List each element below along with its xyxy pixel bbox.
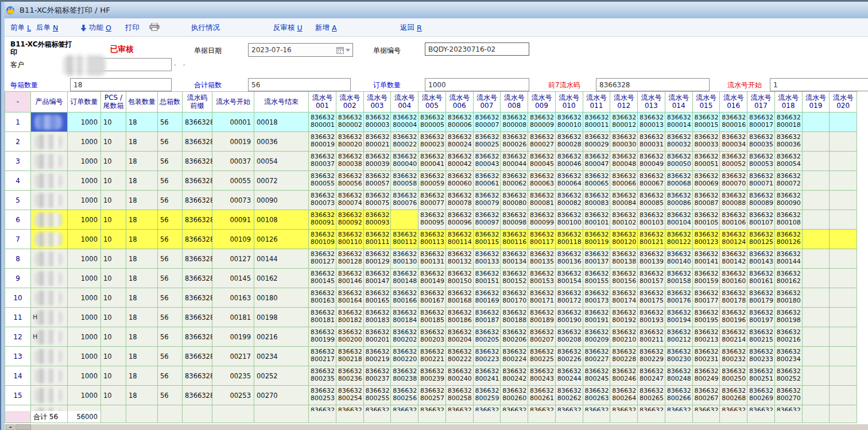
serial-number-cell[interactable]: 836632800265	[638, 386, 665, 405]
serial-number-cell[interactable]	[391, 210, 418, 230]
serial-number-cell[interactable]	[803, 308, 830, 327]
serial-number-cell[interactable]: 836632800146	[336, 269, 364, 288]
serial-number-cell[interactable]: 836632800059	[418, 171, 446, 191]
serial-number-cell[interactable]	[803, 132, 830, 152]
serial-number-cell[interactable]: 836632800021	[364, 132, 392, 152]
serial-number-cell[interactable]: 836632800123	[693, 230, 720, 249]
pack-qty-cell[interactable]: 18	[126, 249, 158, 269]
serial-number-cell[interactable]: 836632800264	[610, 386, 638, 405]
total-box-cell[interactable]: 56	[158, 132, 183, 152]
serial-number-cell[interactable]: 836632800267	[693, 386, 720, 405]
serial-number-cell[interactable]: 836632800160	[720, 269, 747, 288]
serial-number-cell[interactable]: 836632800211	[638, 327, 665, 347]
pack-qty-cell[interactable]: 18	[126, 386, 158, 405]
serial-start-cell[interactable]: 00019	[212, 132, 254, 152]
pcs-tail-box-cell[interactable]: 10	[101, 191, 126, 210]
serial-end-cell[interactable]: 00216	[254, 327, 309, 347]
serial-number-cell[interactable]: 836632800014	[665, 113, 693, 132]
serial-number-cell[interactable]: 836632800121	[638, 230, 665, 249]
serial-number-cell[interactable]: 836632800084	[610, 191, 638, 210]
serial-number-cell[interactable]: 836632800080	[501, 191, 528, 210]
serial-number-cell[interactable]: 836632800253	[309, 386, 336, 405]
serial-number-cell[interactable]: 836632800104	[665, 210, 693, 230]
serial-number-cell[interactable]: 836632800144	[775, 249, 803, 269]
serial-number-cell[interactable]: 836632800202	[391, 327, 418, 347]
serial-number-cell[interactable]: 836632800150	[446, 269, 474, 288]
total-box-cell[interactable]: 56	[158, 152, 183, 171]
serial-number-cell[interactable]: 836632800247	[638, 366, 665, 386]
serial-number-cell[interactable]: 836632800039	[364, 152, 392, 171]
serial-number-cell[interactable]: 836632800055	[309, 171, 336, 191]
serial-number-cell[interactable]: 836632800064	[556, 171, 583, 191]
total-box-cell[interactable]: 56	[158, 269, 183, 288]
scroll-left-arrow-icon[interactable]: ◄	[6, 424, 14, 430]
serial-number-cell[interactable]: 836632800040	[391, 152, 418, 171]
functions-menu-button[interactable]: 功能O	[80, 23, 111, 33]
serial-number-cell[interactable]: 836632800031	[638, 132, 665, 152]
serial-number-cell[interactable]: 836632800010	[556, 113, 583, 132]
serial-number-cell[interactable]: 836632800147	[364, 269, 392, 288]
serial-number-cell[interactable]: 836632800195	[693, 308, 720, 327]
serial-number-cell[interactable]: 836632800093	[364, 210, 392, 230]
serial-number-cell[interactable]: 836632800145	[309, 269, 336, 288]
serial-number-cell[interactable]: 836632800165	[364, 288, 392, 308]
serial-number-cell[interactable]: 836632800082	[556, 191, 583, 210]
serial-number-cell[interactable]: 836632800113	[418, 230, 446, 249]
serial-number-cell[interactable]	[803, 347, 830, 366]
serial-number-cell[interactable]	[830, 191, 857, 210]
serial-number-cell[interactable]: 836632800256	[391, 386, 418, 405]
serial-number-cell[interactable]: 836632800012	[610, 113, 638, 132]
serial-number-cell[interactable]: 836632800029	[583, 132, 611, 152]
serial-number-cell[interactable]: 836632800209	[583, 327, 611, 347]
serial-number-cell[interactable]: 836632800077	[418, 191, 446, 210]
serial-number-cell[interactable]: 836632800163	[309, 288, 336, 308]
serial-number-cell[interactable]: 836632800007	[474, 113, 501, 132]
serial-number-cell[interactable]: 836632800002	[336, 113, 364, 132]
serial-number-cell[interactable]: 836632800182	[336, 308, 364, 327]
serial-number-cell[interactable]: 836632800154	[556, 269, 583, 288]
serial-number-cell[interactable]: 836632800238	[391, 366, 418, 386]
serial-number-cell[interactable]: 836632800245	[583, 366, 611, 386]
serial-number-cell[interactable]: 836632800140	[665, 249, 693, 269]
serial-prefix-cell[interactable]: 8366328	[183, 327, 212, 347]
serial-number-cell[interactable]: 836632800203	[418, 327, 446, 347]
order-qty-cell[interactable]: 1000	[68, 113, 101, 132]
serial-number-cell[interactable]: 836632800011	[583, 113, 611, 132]
serial-number-cell[interactable]: 836632800132	[446, 249, 474, 269]
product-code-cell[interactable]: H	[31, 327, 68, 347]
serial-number-cell[interactable]: 836632800171	[528, 288, 556, 308]
serial-number-cell[interactable]: 836632800206	[501, 327, 528, 347]
serial-number-cell[interactable]: 836632800224	[501, 347, 528, 366]
unapprove-button[interactable]: 反审核U	[273, 23, 303, 33]
row-number-cell[interactable]: 7	[5, 230, 31, 249]
serial-number-cell[interactable]: 836632800129	[364, 249, 392, 269]
serial-number-cell[interactable]	[803, 171, 830, 191]
serial-number-cell[interactable]: 836632800242	[501, 366, 528, 386]
serial-number-cell[interactable]: 836632800050	[665, 152, 693, 171]
serial-number-cell[interactable]: 836632800149	[418, 269, 446, 288]
serial-number-cell[interactable]: 836632800178	[720, 288, 747, 308]
serial-number-cell[interactable]: 836632800263	[583, 386, 611, 405]
order-qty-cell[interactable]: 1000	[68, 288, 101, 308]
return-button[interactable]: 返回R	[400, 23, 422, 33]
serial-number-cell[interactable]: 836632800257	[418, 386, 446, 405]
order-qty-cell[interactable]: 1000	[68, 210, 101, 230]
serial-end-cell[interactable]: 00054	[254, 152, 309, 171]
serial-number-cell[interactable]: 836632800087	[693, 191, 720, 210]
product-code-cell[interactable]	[31, 132, 68, 152]
pack-qty-cell[interactable]: 18	[126, 269, 158, 288]
serial-number-cell[interactable]: 836632800268	[720, 386, 747, 405]
print-button[interactable]: 打印	[125, 23, 142, 33]
serial-number-cell[interactable]: 836632800164	[336, 288, 364, 308]
serial-number-cell[interactable]	[803, 288, 830, 308]
serial-number-cell[interactable]: 836632800046	[556, 152, 583, 171]
product-code-cell[interactable]	[31, 288, 68, 308]
serial-number-cell[interactable]: 836632800156	[610, 269, 638, 288]
row-number-cell[interactable]: 6	[5, 210, 31, 230]
serial-number-cell[interactable]: 836632800004	[391, 113, 418, 132]
serial-number-cell[interactable]	[803, 230, 830, 249]
serial-end-cell[interactable]: 00090	[254, 191, 309, 210]
pcs-tail-box-cell[interactable]: 10	[101, 386, 126, 405]
serial-number-cell[interactable]: 836632800181	[309, 308, 336, 327]
serial-number-cell[interactable]: 836632800018	[775, 113, 803, 132]
